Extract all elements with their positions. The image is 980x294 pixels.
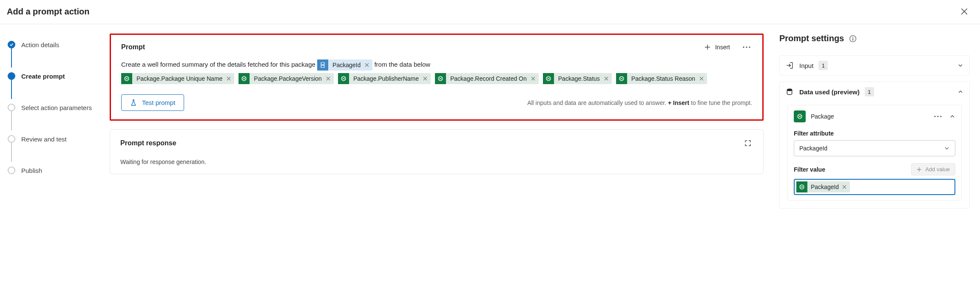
step-pending-icon — [8, 104, 15, 111]
plus-icon — [704, 44, 711, 51]
plus-icon — [917, 167, 922, 172]
prompt-chip[interactable]: Package.Record Created On — [435, 73, 539, 84]
dataverse-icon — [317, 59, 328, 71]
step-done-icon — [8, 41, 15, 48]
data-count-badge: 1 — [865, 87, 874, 96]
dialog-title: Add a prompt action — [7, 7, 89, 17]
prompt-text-area[interactable]: Create a well formed summary of the deta… — [121, 59, 752, 84]
chip-label: Package.Package Unique Name — [136, 73, 222, 85]
step-active-icon — [8, 72, 15, 80]
svg-point-15 — [937, 116, 939, 117]
prompt-more-button[interactable] — [741, 45, 752, 50]
chip-remove-icon[interactable] — [326, 76, 330, 81]
dataverse-icon — [543, 73, 554, 84]
beaker-icon — [130, 99, 137, 106]
svg-rect-11 — [852, 38, 853, 40]
step-review-and-test[interactable]: Review and test — [8, 130, 110, 147]
close-button[interactable] — [959, 6, 970, 17]
database-icon — [786, 88, 793, 96]
step-publish[interactable]: Publish — [8, 162, 110, 179]
ellipsis-icon — [934, 116, 942, 117]
chevron-down-icon — [957, 62, 963, 68]
svg-point-14 — [935, 116, 936, 117]
input-count-badge: 1 — [818, 61, 828, 70]
chip-label: Package.PackageVersion — [254, 73, 322, 85]
dataverse-icon — [338, 73, 349, 84]
chevron-down-icon — [944, 145, 950, 151]
dataverse-icon — [121, 73, 132, 84]
chevron-up-icon — [957, 89, 963, 95]
package-data-card: Package Filter attribute PackageId — [787, 105, 962, 201]
dataverse-icon — [796, 181, 807, 192]
response-waiting-text: Waiting for response generation. — [120, 158, 753, 165]
settings-panel: Prompt settings Input 1 Data used (prev — [770, 24, 980, 291]
chip-remove-icon[interactable] — [531, 76, 535, 81]
chip-remove-icon[interactable] — [699, 76, 704, 81]
insert-button[interactable]: Insert — [704, 44, 730, 51]
chip-remove-icon[interactable] — [227, 76, 231, 81]
chip-remove-icon[interactable] — [842, 185, 846, 189]
filter-value-label: Filter value — [794, 166, 825, 173]
filter-value-input[interactable]: PackageId — [794, 179, 955, 195]
input-accordion[interactable]: Input 1 — [779, 55, 970, 76]
dataverse-icon — [435, 73, 446, 84]
svg-point-16 — [940, 116, 942, 117]
step-action-details[interactable]: Action details — [8, 36, 110, 53]
filter-attribute-label: Filter attribute — [794, 130, 955, 137]
data-used-accordion[interactable]: Data used (preview) 1 Package — [779, 82, 970, 209]
expand-button[interactable] — [743, 138, 753, 148]
step-select-action-parameters[interactable]: Select action parameters — [8, 99, 110, 116]
svg-point-12 — [787, 89, 792, 91]
chip-label: Package.Status — [558, 73, 600, 85]
chip-remove-icon[interactable] — [604, 76, 608, 81]
svg-point-1 — [746, 46, 747, 48]
inline-chip-packageid[interactable]: PackageId — [317, 59, 372, 71]
prompt-chip[interactable]: Package.Package Unique Name — [121, 73, 234, 84]
chip-remove-icon[interactable] — [365, 63, 369, 67]
prompt-card: Prompt Insert Create a well formed summa… — [110, 34, 764, 121]
step-pending-icon — [8, 167, 15, 174]
prompt-response-card: Prompt response Waiting for response gen… — [110, 129, 764, 174]
step-pending-icon — [8, 135, 15, 143]
settings-title: Prompt settings — [779, 34, 844, 43]
chip-label: Package.Status Reason — [631, 73, 695, 85]
response-title: Prompt response — [120, 139, 176, 147]
dataverse-icon — [794, 110, 806, 122]
prompt-chip[interactable]: Package.Status Reason — [616, 73, 707, 84]
filter-attribute-select[interactable]: PackageId — [794, 140, 955, 156]
expand-icon — [744, 140, 751, 147]
ellipsis-icon — [743, 46, 750, 48]
input-icon — [786, 62, 793, 69]
prompt-hint: All inputs and data are automatically us… — [527, 99, 752, 106]
info-icon[interactable] — [849, 35, 857, 42]
chip-label: Package.Record Created On — [450, 73, 527, 85]
filter-value-chip[interactable]: PackageId — [796, 181, 850, 192]
chevron-up-icon[interactable] — [949, 113, 955, 119]
package-label: Package — [811, 113, 834, 120]
test-prompt-button[interactable]: Test prompt — [121, 94, 184, 111]
chip-label: Package.PublisherName — [353, 73, 419, 85]
prompt-chip[interactable]: Package.PublisherName — [338, 73, 431, 84]
svg-point-0 — [743, 46, 744, 48]
dataverse-icon — [239, 73, 250, 84]
close-icon — [960, 8, 968, 15]
svg-point-2 — [749, 46, 750, 48]
package-more-button[interactable] — [934, 116, 942, 117]
prompt-chip[interactable]: Package.Status — [543, 73, 612, 84]
svg-point-10 — [852, 37, 853, 37]
step-create-prompt[interactable]: Create prompt — [8, 68, 110, 85]
add-value-button: Add value — [911, 163, 955, 175]
wizard-nav: Action details Create prompt Select acti… — [0, 24, 110, 291]
dataverse-icon — [616, 73, 627, 84]
chip-remove-icon[interactable] — [423, 76, 427, 81]
prompt-chip[interactable]: Package.PackageVersion — [239, 73, 334, 84]
prompt-title: Prompt — [121, 43, 145, 51]
